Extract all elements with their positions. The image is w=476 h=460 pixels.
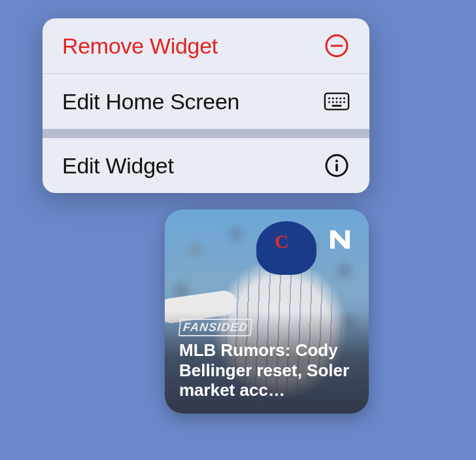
menu-item-label: Remove Widget (62, 33, 218, 59)
svg-point-3 (328, 97, 330, 99)
minus-circle-icon (324, 33, 350, 59)
svg-point-5 (335, 97, 337, 99)
menu-section-bottom: Edit Widget (42, 138, 369, 193)
edit-home-screen-item[interactable]: Edit Home Screen (42, 74, 369, 129)
svg-point-12 (343, 101, 345, 103)
svg-point-7 (343, 97, 345, 99)
svg-point-9 (332, 101, 334, 103)
svg-point-8 (328, 101, 330, 103)
menu-item-label: Edit Widget (62, 153, 174, 179)
news-app-icon (328, 228, 352, 251)
widget-context-menu: Remove Widget Edit Home Screen (42, 18, 369, 193)
keyboard-icon (324, 88, 350, 115)
svg-point-10 (335, 101, 337, 103)
svg-rect-13 (332, 105, 341, 107)
svg-point-6 (339, 97, 341, 99)
menu-item-label: Edit Home Screen (62, 89, 239, 115)
news-source: FANSIDED (178, 319, 253, 336)
svg-point-11 (339, 101, 341, 103)
info-circle-icon (324, 152, 350, 179)
edit-widget-item[interactable]: Edit Widget (42, 138, 369, 193)
news-widget[interactable]: FANSIDED MLB Rumors: Cody Bellinger rese… (165, 209, 369, 414)
svg-rect-16 (335, 164, 338, 171)
menu-section-top: Remove Widget Edit Home Screen (42, 18, 369, 129)
menu-section-separator (42, 129, 369, 138)
news-headline: MLB Rumors: Cody Bellinger reset, Soler … (179, 340, 354, 400)
widget-text-overlay: FANSIDED MLB Rumors: Cody Bellinger rese… (165, 311, 369, 414)
svg-point-15 (335, 160, 338, 162)
svg-point-4 (332, 97, 334, 99)
remove-widget-item[interactable]: Remove Widget (42, 18, 369, 73)
